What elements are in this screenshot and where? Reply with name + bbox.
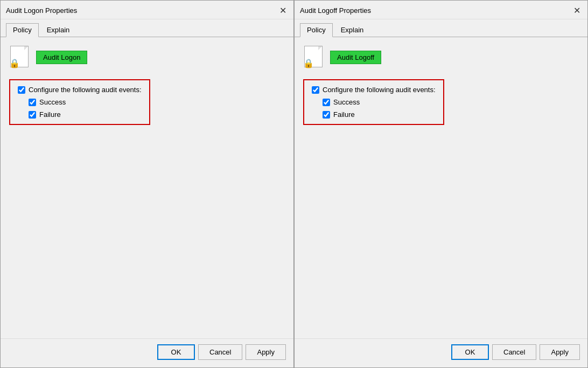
success-checkbox-logoff[interactable] <box>323 99 330 106</box>
titlebar-logoff: Audit Logoff Properties ✕ <box>295 1 587 19</box>
success-checkbox-logon[interactable] <box>29 99 36 106</box>
lock-icon-logoff: 🔒 <box>303 58 314 68</box>
ok-button-logoff[interactable]: OK <box>451 344 489 360</box>
apply-button-logoff[interactable]: Apply <box>540 344 580 360</box>
policy-icon-logon: 🔒 <box>9 46 31 68</box>
cancel-button-logon[interactable]: Cancel <box>198 344 242 360</box>
success-label-logon: Success <box>39 98 66 106</box>
tab-explain-logon[interactable]: Explain <box>40 23 77 37</box>
policy-label-logoff: Audit Logoff <box>330 51 381 64</box>
dialog-title-logon: Audit Logon Properties <box>6 6 77 15</box>
tabs-logoff: Policy Explain <box>295 19 587 37</box>
audit-events-box-logoff: Configure the following audit events: Su… <box>303 79 444 125</box>
audit-events-box-logon: Configure the following audit events: Su… <box>9 79 150 125</box>
ok-button-logon[interactable]: OK <box>157 344 195 360</box>
policy-icon-logoff: 🔒 <box>303 46 325 68</box>
audit-logoff-dialog: Audit Logoff Properties ✕ Policy Explain… <box>294 0 588 368</box>
sub-checkboxes-logon: Success Failure <box>18 98 142 119</box>
configure-checkbox-logon[interactable] <box>18 86 25 94</box>
success-checkbox-row-logon: Success <box>29 98 142 106</box>
dialog-title-logoff: Audit Logoff Properties <box>300 6 371 15</box>
footer-logoff: OK Cancel Apply <box>295 338 587 367</box>
failure-checkbox-logoff[interactable] <box>323 111 330 119</box>
failure-label-logon: Failure <box>39 110 61 119</box>
configure-label-logon: Configure the following audit events: <box>29 86 142 94</box>
close-button-logon[interactable]: ✕ <box>277 5 288 16</box>
failure-checkbox-logon[interactable] <box>29 111 36 119</box>
footer-logon: OK Cancel Apply <box>1 338 293 367</box>
success-checkbox-row-logoff: Success <box>323 98 436 106</box>
configure-checkbox-row-logoff: Configure the following audit events: <box>312 86 436 94</box>
dialog-content-logoff: 🔒 Audit Logoff Configure the following a… <box>295 37 587 338</box>
configure-checkbox-logoff[interactable] <box>312 86 319 94</box>
close-button-logoff[interactable]: ✕ <box>571 5 582 16</box>
failure-checkbox-row-logon: Failure <box>29 110 142 119</box>
apply-button-logon[interactable]: Apply <box>246 344 286 360</box>
success-label-logoff: Success <box>333 98 360 106</box>
titlebar-logon: Audit Logon Properties ✕ <box>1 1 293 19</box>
sub-checkboxes-logoff: Success Failure <box>312 98 436 119</box>
configure-checkbox-row-logon: Configure the following audit events: <box>18 86 142 94</box>
policy-icon-row-logoff: 🔒 Audit Logoff <box>303 46 579 68</box>
lock-icon-logon: 🔒 <box>9 58 20 68</box>
failure-checkbox-row-logoff: Failure <box>323 110 436 119</box>
cancel-button-logoff[interactable]: Cancel <box>492 344 536 360</box>
tabs-logon: Policy Explain <box>1 19 293 37</box>
policy-icon-row-logon: 🔒 Audit Logon <box>9 46 285 68</box>
audit-logon-dialog: Audit Logon Properties ✕ Policy Explain … <box>0 0 294 368</box>
tab-policy-logon[interactable]: Policy <box>6 23 39 37</box>
configure-label-logoff: Configure the following audit events: <box>323 86 436 94</box>
tab-explain-logoff[interactable]: Explain <box>334 23 371 37</box>
failure-label-logoff: Failure <box>333 110 355 119</box>
tab-policy-logoff[interactable]: Policy <box>300 23 333 37</box>
policy-label-logon: Audit Logon <box>36 51 87 64</box>
dialog-content-logon: 🔒 Audit Logon Configure the following au… <box>1 37 293 338</box>
